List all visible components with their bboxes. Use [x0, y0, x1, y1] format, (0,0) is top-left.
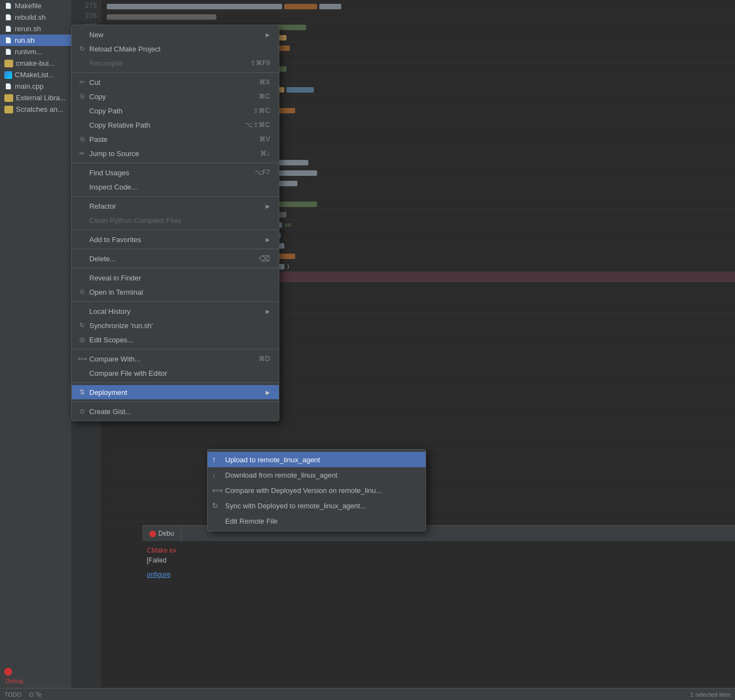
submenu-item-compare-deployed[interactable]: ⟺ Compare with Deployed Version on remot…: [208, 483, 426, 498]
menu-item-reload-cmake[interactable]: ↻ Reload CMake Project: [72, 42, 279, 56]
shortcut-recompile: ⇧⌘F9: [250, 59, 270, 67]
sync-deployed-icon: ↻: [212, 501, 219, 510]
menu-item-label: Add to Favorites: [89, 236, 141, 244]
menu-item-clean-python: Clean Python Compiled Files: [72, 213, 279, 227]
reload-icon: ↻: [77, 45, 87, 53]
menu-item-copy[interactable]: ⎘ Copy ⌘C: [72, 89, 279, 104]
shortcut-delete: ⌫: [259, 254, 270, 263]
menu-item-label: Create Gist...: [89, 408, 131, 416]
menu-item-label: Copy Relative Path: [89, 121, 150, 129]
sidebar-item-maincpp[interactable]: 📄 main.cpp: [0, 81, 71, 92]
menu-item-label: Reveal in Finder: [89, 274, 141, 282]
menu-item-label: Copy: [89, 93, 106, 101]
file-icon: 📄: [4, 48, 12, 56]
menu-item-local-history[interactable]: Local History: [72, 304, 279, 318]
menu-item-new[interactable]: New: [72, 27, 279, 42]
git-icon: ⊙: [28, 691, 34, 698]
copy-icon: ⎘: [77, 93, 87, 100]
submenu-item-download[interactable]: ↓ Download from remote_linux_agent: [208, 467, 426, 483]
menu-item-label: Clean Python Compiled Files: [89, 216, 181, 225]
file-icon: 📄: [4, 2, 12, 10]
sidebar-item-label: Makefile: [15, 2, 41, 10]
menu-item-edit-scopes[interactable]: ◎ Edit Scopes...: [72, 332, 279, 347]
shortcut-cut: ⌘X: [259, 78, 270, 86]
sidebar-item-run[interactable]: 📄 run.sh: [0, 35, 71, 46]
menu-item-label: Paste: [89, 135, 107, 144]
menu-item-create-gist[interactable]: ⊙ Create Gist...: [72, 404, 279, 418]
submenu-item-sync-deployed[interactable]: ↻ Sync with Deployed to remote_linux_age…: [208, 498, 426, 513]
upload-icon: ↑: [212, 455, 216, 464]
separator: [72, 72, 279, 73]
menu-item-label: Deployment: [89, 388, 127, 397]
menu-item-compare-with[interactable]: ⟺ Compare With... ⌘D: [72, 352, 279, 366]
deployment-submenu: ↑ Upload to remote_linux_agent ↓ Downloa…: [207, 449, 426, 531]
menu-item-label: Edit Scopes...: [89, 336, 133, 344]
debug-icon[interactable]: ⬤: [3, 665, 14, 676]
sidebar-item-label: run.sh: [15, 36, 35, 44]
separator: [72, 268, 279, 268]
file-icon: 📄: [4, 37, 12, 44]
sidebar-item-runlvm[interactable]: 📄 runlvm...: [0, 46, 71, 58]
submenu-item-upload[interactable]: ↑ Upload to remote_linux_agent: [208, 452, 426, 467]
sidebar-item-cmakelists[interactable]: CMakeList...: [0, 69, 71, 81]
menu-item-label: Find Usages: [89, 169, 129, 177]
menu-item-copy-path[interactable]: Copy Path ⇧⌘C: [72, 104, 279, 118]
menu-item-label: Recompile: [89, 59, 123, 67]
separator: [72, 401, 279, 402]
menu-item-cut[interactable]: ✂ Cut ⌘X: [72, 75, 279, 89]
menu-item-compare-file-editor[interactable]: Compare File with Editor: [72, 366, 279, 380]
sidebar-item-rebuild[interactable]: 📄 rebuild.sh: [0, 12, 71, 23]
pencil-icon: ✏: [77, 150, 87, 157]
menu-item-reveal-finder[interactable]: Reveal in Finder: [72, 271, 279, 285]
sync-icon: ↻: [77, 322, 87, 329]
menu-item-refactor[interactable]: Refactor: [72, 199, 279, 213]
menu-item-open-terminal[interactable]: ⎘ Open in Terminal: [72, 285, 279, 299]
separator: [72, 301, 279, 302]
menu-item-paste[interactable]: ⎗ Paste ⌘V: [72, 132, 279, 146]
sidebar-item-external-lib[interactable]: External Libra...: [0, 92, 71, 104]
separator: [72, 349, 279, 349]
tab-debug[interactable]: ⬤ Debu: [142, 526, 181, 541]
menu-item-synchronize[interactable]: ↻ Synchronize 'run.sh': [72, 318, 279, 332]
sidebar-item-label: External Libra...: [16, 94, 66, 102]
file-icon: 📄: [4, 83, 12, 90]
menu-item-jump-to-source[interactable]: ✏ Jump to Source ⌘↓: [72, 146, 279, 160]
cmake-icon: [4, 71, 12, 79]
menu-item-delete[interactable]: Delete... ⌫: [72, 251, 279, 266]
context-menu: New ↻ Reload CMake Project Recompile ⇧⌘F…: [71, 25, 279, 421]
bottom-panel-content: CMake ex [Failed onfigure: [142, 541, 735, 583]
submenu-item-edit-remote[interactable]: Edit Remote File: [208, 513, 426, 529]
folder-icon: [4, 60, 13, 67]
sidebar-item-rerun[interactable]: 📄 rerun.sh: [0, 23, 71, 35]
deployment-icon: ⇅: [77, 388, 87, 396]
menu-item-label: Synchronize 'run.sh': [89, 322, 153, 330]
menu-item-label: Copy Path: [89, 107, 123, 115]
todo-tab[interactable]: TODO: [4, 691, 22, 698]
compare-icon: ⟺: [77, 355, 87, 363]
submenu-item-label: Compare with Deployed Version on remote_…: [225, 486, 382, 495]
sidebar-item-label: cmake-bui...: [16, 59, 55, 67]
sidebar-item-cmake-build[interactable]: cmake-bui...: [0, 58, 71, 69]
menu-item-label: Jump to Source: [89, 150, 139, 158]
file-icon: 📄: [4, 14, 12, 21]
menu-item-label: Compare File with Editor: [89, 369, 167, 377]
scopes-icon: ◎: [77, 336, 87, 343]
menu-item-find-usages[interactable]: Find Usages ⌥F7: [72, 165, 279, 180]
bottom-panel: ⬤ Debu CMake ex [Failed onfigure: [142, 525, 735, 701]
menu-item-inspect-code[interactable]: Inspect Code...: [72, 180, 279, 194]
compare-deployed-icon: ⟺: [212, 486, 223, 495]
menu-item-add-to-favorites[interactable]: Add to Favorites: [72, 232, 279, 246]
sidebar-item-scratches[interactable]: Scratches an...: [0, 104, 71, 115]
shortcut-jump: ⌘↓: [260, 150, 270, 157]
sidebar-item-makefile[interactable]: 📄 Makefile: [0, 0, 71, 12]
terminal-tab[interactable]: ⊙ Te: [28, 691, 42, 698]
debug-label: Debug: [3, 676, 26, 685]
menu-item-deployment[interactable]: ⇅ Deployment: [72, 385, 279, 399]
menu-item-copy-relative-path[interactable]: Copy Relative Path ⌥⇧⌘C: [72, 118, 279, 132]
submenu-item-label: Edit Remote File: [225, 517, 278, 525]
configure-link[interactable]: onfigure: [147, 571, 170, 578]
file-tree-sidebar: 📄 Makefile 📄 rebuild.sh 📄 rerun.sh 📄 run…: [0, 0, 71, 700]
menu-item-label: New: [89, 31, 104, 39]
menu-item-label: Compare With...: [89, 355, 141, 363]
failed-text: [Failed: [147, 556, 166, 564]
